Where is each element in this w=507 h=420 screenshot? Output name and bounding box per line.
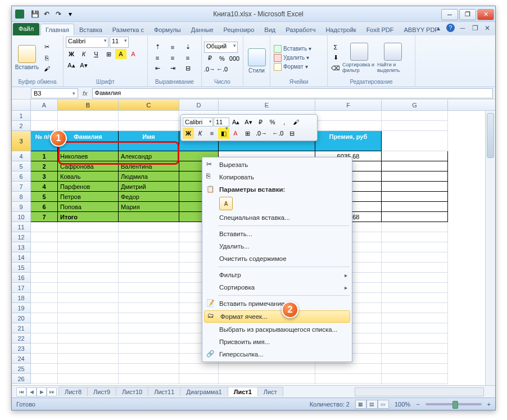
cell[interactable]: Мария bbox=[119, 202, 179, 212]
maximize-button[interactable]: ❐ bbox=[459, 9, 476, 20]
close-button[interactable]: ✕ bbox=[477, 9, 494, 20]
view-normal-button[interactable]: ▦ bbox=[355, 400, 366, 409]
decrease-indent-button[interactable]: ⇤ bbox=[150, 64, 165, 74]
col-header-g[interactable]: G bbox=[382, 100, 448, 110]
cell[interactable]: Валентина bbox=[119, 161, 179, 171]
sheet-tab[interactable]: Лист11 bbox=[148, 387, 180, 396]
cells-insert-button[interactable]: Вставить ▾ bbox=[273, 44, 313, 53]
mini-border-button[interactable]: ⊞ bbox=[242, 128, 253, 139]
percent-button[interactable]: % bbox=[216, 53, 228, 64]
row-header[interactable]: 7 bbox=[12, 182, 31, 192]
cell[interactable]: Федор bbox=[119, 192, 179, 202]
cells-format-button[interactable]: Формат ▾ bbox=[273, 62, 313, 71]
row-header[interactable]: 21 bbox=[12, 323, 31, 333]
row-header[interactable]: 14 bbox=[12, 252, 31, 263]
styles-button[interactable]: Стили bbox=[246, 42, 268, 79]
sheet-tab[interactable]: Диаграмма1 bbox=[180, 387, 228, 396]
grow-font-button[interactable]: A▴ bbox=[66, 60, 77, 70]
row-header[interactable]: 26 bbox=[12, 374, 31, 384]
row-header[interactable]: 2 bbox=[12, 121, 31, 131]
ctx-dropdown[interactable]: Выбрать из раскрывающегося списка... bbox=[203, 323, 351, 336]
mini-font-combo[interactable]: Calibri bbox=[183, 118, 213, 127]
align-right-button[interactable]: ≡ bbox=[180, 53, 195, 63]
tab-layout[interactable]: Разметка с bbox=[107, 24, 149, 35]
row-header[interactable]: 6 bbox=[12, 171, 31, 182]
qat-redo-button[interactable]: ↷ bbox=[53, 9, 64, 19]
file-tab[interactable]: Файл bbox=[13, 23, 39, 35]
col-header-a[interactable]: A bbox=[31, 100, 58, 110]
format-painter-button[interactable]: 🖌 bbox=[41, 64, 52, 74]
qat-undo-button[interactable]: ↶ bbox=[42, 9, 52, 19]
select-all-button[interactable] bbox=[12, 100, 31, 110]
comma-button[interactable]: 000 bbox=[229, 53, 240, 64]
cell[interactable]: Попова bbox=[58, 202, 119, 212]
zoom-out-button[interactable]: − bbox=[416, 401, 419, 408]
fx-icon[interactable]: fx bbox=[83, 90, 88, 97]
ctx-comment[interactable]: 📝Вставить примечание bbox=[203, 297, 351, 310]
merge-button[interactable]: ⊟ bbox=[180, 64, 195, 74]
increase-decimal-button[interactable]: .0→ bbox=[204, 64, 215, 74]
number-format-combo[interactable]: Общий bbox=[204, 42, 238, 53]
view-layout-button[interactable]: ▤ bbox=[366, 400, 378, 409]
cell[interactable]: 2 bbox=[31, 161, 58, 171]
tab-formulas[interactable]: Формулы bbox=[149, 24, 186, 35]
cell[interactable]: 3 bbox=[31, 171, 58, 182]
tab-home[interactable]: Главная bbox=[40, 24, 74, 35]
qat-save-button[interactable]: 💾 bbox=[30, 9, 40, 19]
col-header-e[interactable]: E bbox=[219, 100, 315, 110]
font-size-combo[interactable]: 11 bbox=[110, 37, 129, 48]
ctx-delete[interactable]: Удалить... bbox=[203, 240, 351, 252]
tab-review[interactable]: Рецензиро bbox=[219, 24, 260, 35]
sheet-tab[interactable]: Лист8 bbox=[58, 387, 88, 396]
sheet-tab[interactable]: Лист10 bbox=[116, 387, 148, 396]
cell[interactable] bbox=[119, 212, 179, 222]
mini-percent-button[interactable]: % bbox=[267, 116, 278, 128]
bold-button[interactable]: Ж bbox=[66, 49, 77, 59]
row-header[interactable]: 24 bbox=[12, 354, 31, 364]
row-header[interactable]: 13 bbox=[12, 242, 31, 252]
workbook-min-button[interactable]: ─ bbox=[458, 24, 467, 33]
sheet-nav-next[interactable]: ▶ bbox=[37, 387, 47, 396]
cell[interactable]: 6 bbox=[31, 202, 58, 212]
col-header-c[interactable]: C bbox=[119, 100, 179, 110]
mini-bold-button[interactable]: Ж bbox=[183, 128, 194, 139]
row-header[interactable]: 1 bbox=[12, 111, 31, 121]
qat-customize-button[interactable]: ▾ bbox=[65, 9, 75, 19]
fill-color-button[interactable]: A bbox=[115, 49, 126, 59]
sheet-tab[interactable]: Лист9 bbox=[87, 387, 116, 396]
ctx-sort[interactable]: Сортировка bbox=[203, 281, 351, 293]
row-header[interactable]: 9 bbox=[12, 202, 31, 212]
vertical-scrollbar[interactable] bbox=[485, 111, 495, 385]
autosum-button[interactable]: Σ bbox=[330, 42, 341, 52]
tab-data[interactable]: Данные bbox=[186, 24, 219, 35]
row-header[interactable]: 22 bbox=[12, 333, 31, 344]
cell[interactable]: 5 bbox=[31, 192, 58, 202]
cell[interactable]: Петров bbox=[58, 192, 119, 202]
ctx-name[interactable]: Присвоить имя... bbox=[203, 336, 351, 348]
align-top-button[interactable]: ⇡ bbox=[150, 42, 165, 52]
row-header[interactable]: 20 bbox=[12, 313, 31, 323]
view-break-button[interactable]: ▭ bbox=[378, 400, 389, 409]
increase-indent-button[interactable]: ⇥ bbox=[165, 64, 180, 74]
row-header[interactable]: 25 bbox=[12, 364, 31, 374]
tab-view[interactable]: Вид bbox=[259, 24, 280, 35]
sheet-nav-first[interactable]: ⏮ bbox=[16, 387, 26, 396]
mini-comma-button[interactable]: , bbox=[279, 116, 290, 128]
mini-shrink-font-button[interactable]: A▾ bbox=[242, 116, 254, 128]
sheet-tab[interactable]: Лист1 bbox=[228, 387, 258, 396]
decrease-decimal-button[interactable]: ←.0 bbox=[216, 64, 228, 74]
sheet-tab[interactable]: Лист bbox=[257, 387, 283, 396]
align-middle-button[interactable]: ≡ bbox=[165, 42, 180, 52]
font-color-button[interactable]: A bbox=[128, 49, 139, 59]
cell[interactable]: Коваль bbox=[58, 171, 119, 182]
cell[interactable]: 4 bbox=[31, 182, 58, 192]
zoom-slider[interactable] bbox=[425, 403, 482, 405]
ctx-hyperlink[interactable]: 🔗Гиперссылка... bbox=[203, 348, 351, 360]
cell[interactable]: Александр bbox=[119, 151, 179, 161]
italic-button[interactable]: К bbox=[78, 49, 89, 59]
sort-filter-button[interactable]: Сортировка и фильтр bbox=[342, 39, 376, 76]
tab-addins[interactable]: Надстройк bbox=[320, 24, 361, 35]
cell[interactable]: 1 bbox=[31, 151, 58, 161]
clear-button[interactable]: ⌫ bbox=[330, 64, 341, 74]
cell[interactable]: Людмила bbox=[119, 171, 179, 182]
